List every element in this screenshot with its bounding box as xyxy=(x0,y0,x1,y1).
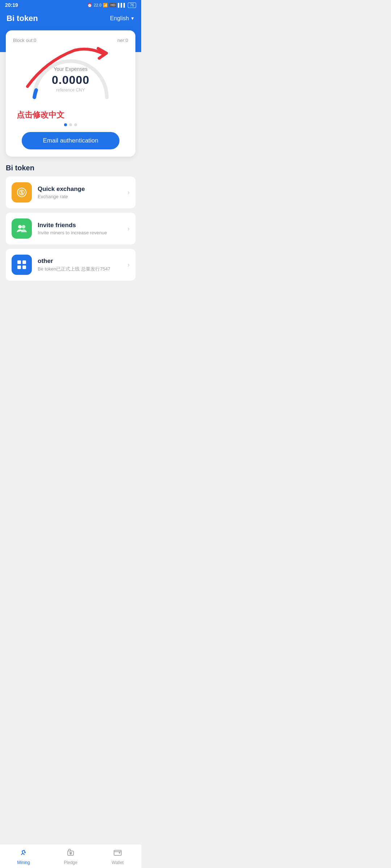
dot-1 xyxy=(64,123,67,126)
svg-point-3 xyxy=(18,225,22,229)
quick-exchange-content: Quick exchange Exchange rate xyxy=(38,186,122,199)
invite-friends-icon xyxy=(12,218,32,239)
language-selector[interactable]: English ▼ xyxy=(110,15,135,22)
svg-rect-5 xyxy=(17,260,21,264)
language-label: English xyxy=(110,15,129,22)
other-content: other Be token已正式上线 总量发行7547 xyxy=(38,258,122,272)
card-header: Block out:0 ner:0 xyxy=(13,38,128,43)
chevron-right-icon: › xyxy=(127,189,130,196)
invite-friends-title: Invite friends xyxy=(38,222,122,229)
signal-4g-icon: ▌▌▌ xyxy=(118,3,126,7)
chevron-right-icon: › xyxy=(127,225,130,233)
list-item[interactable]: Invite friends Invite miners to increase… xyxy=(6,213,135,244)
chevron-right-icon: › xyxy=(127,261,130,269)
expenses-sub: reference CNY xyxy=(52,88,89,93)
other-icon xyxy=(12,255,32,275)
email-auth-button[interactable]: Email authentication xyxy=(22,132,119,149)
svg-rect-7 xyxy=(17,265,21,269)
status-time: 20:19 xyxy=(5,2,18,8)
quick-exchange-icon: $ xyxy=(12,182,32,203)
gauge-container: Your Expenses 0.0000 reference CNY xyxy=(13,47,128,105)
wifi-icon: 📶 xyxy=(103,3,108,8)
status-icons: ⏰ 22.0 📶 HD ▌▌▌ 76 xyxy=(87,3,136,8)
other-title: other xyxy=(38,258,122,265)
dot-3 xyxy=(74,123,77,126)
section-title: Bi token xyxy=(0,157,141,176)
battery-icon: 76 xyxy=(128,3,136,8)
dot-2 xyxy=(69,123,72,126)
other-subtitle: Be token已正式上线 总量发行7547 xyxy=(38,266,122,272)
gauge-center: Your Expenses 0.0000 reference CNY xyxy=(52,66,89,93)
alarm-icon: ⏰ xyxy=(87,3,92,8)
chevron-down-icon: ▼ xyxy=(130,16,135,21)
main-balance-card: Block out:0 ner:0 Your Expenses 0.0000 r… xyxy=(6,30,135,157)
status-bar: 20:19 ⏰ 22.0 📶 HD ▌▌▌ 76 xyxy=(0,0,141,10)
chinese-annotation-text: 点击修改中文 xyxy=(13,108,128,123)
list-item[interactable]: other Be token已正式上线 总量发行7547 › xyxy=(6,249,135,281)
svg-text:$: $ xyxy=(20,190,23,195)
block-out-label: Block out:0 xyxy=(13,38,36,43)
hd-badge: HD xyxy=(109,3,116,7)
list-item[interactable]: $ Quick exchange Exchange rate › xyxy=(6,176,135,208)
svg-rect-6 xyxy=(22,260,26,264)
svg-rect-8 xyxy=(22,265,26,269)
expenses-value: 0.0000 xyxy=(52,73,89,87)
invite-friends-subtitle: Invite miners to increase revenue xyxy=(38,230,122,235)
svg-point-4 xyxy=(22,225,25,229)
app-title: Bi token xyxy=(7,14,38,23)
dot-indicator xyxy=(13,123,128,126)
quick-exchange-title: Quick exchange xyxy=(38,186,122,193)
speed-indicator: 22.0 xyxy=(94,3,101,7)
quick-exchange-subtitle: Exchange rate xyxy=(38,194,122,199)
invite-friends-content: Invite friends Invite miners to increase… xyxy=(38,222,122,235)
expenses-label: Your Expenses xyxy=(52,66,89,72)
miner-label: ner:0 xyxy=(117,38,128,43)
